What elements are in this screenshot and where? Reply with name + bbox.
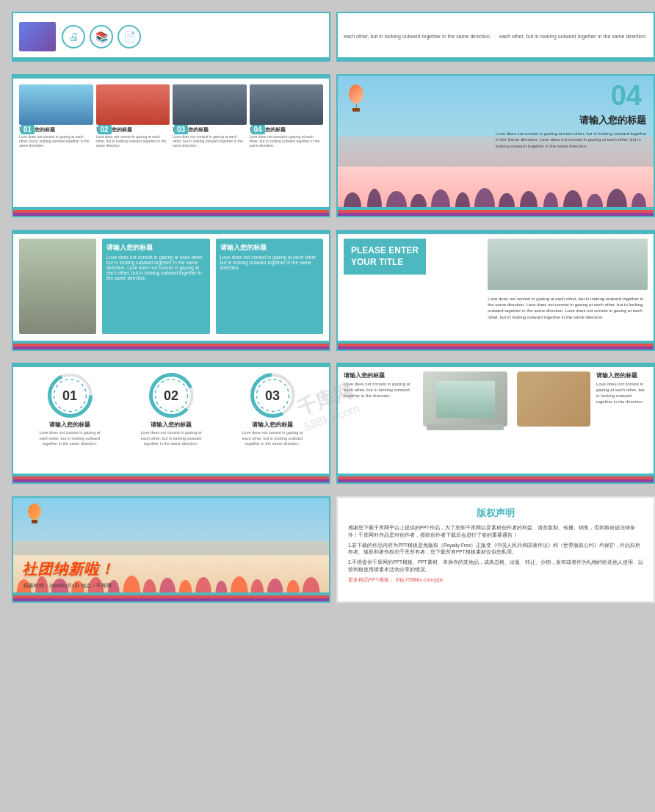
slide8-laptop-image <box>423 371 511 427</box>
slide6-desc: Love does not consist in gazing at each … <box>488 296 648 321</box>
svg-point-33 <box>195 577 211 592</box>
circle-item-2: 02 请输入您的标题 Love does not consist in gazi… <box>138 371 204 446</box>
bottom-border-purple <box>338 213 654 216</box>
slide-4-desc: Love does not consist in gazing at each … <box>496 131 650 149</box>
slide8-bottom-purple <box>338 479 654 482</box>
slide8-right-title: 请输入您的标题 <box>596 371 648 380</box>
copyright-para2: 1.若下载的作品内容为PPT模板是免版权（Royalty-Free）正版变《中国… <box>348 542 643 557</box>
slide-10-copyright: 版权声明 感谢您下载千库网平台上提供的PPT作品，为了您和千库网以及素材创作者的… <box>336 496 655 603</box>
circle-num-1: 01 <box>62 388 77 403</box>
slide-1-partial: 🖨 📚 📄 <box>12 12 330 62</box>
circle-title-3: 请输入您的标题 <box>252 421 293 429</box>
svg-point-7 <box>499 193 515 207</box>
circle-3-wrapper: 03 <box>249 371 297 419</box>
svg-point-39 <box>303 577 319 592</box>
circle-desc-2: Love does not consist in gazing at each … <box>138 430 204 446</box>
slide-2-partial: each other, but in looking outward toget… <box>336 12 655 62</box>
slide5-card1: 请输入您的标题 Love does not consist in gazing … <box>102 239 210 334</box>
festival-subtitle: 招募时间：20xx年x月x日 地点：千库网 <box>23 583 112 590</box>
copyright-link-url: http://588ku.com/ppt/ <box>396 577 444 582</box>
slide8-left-text: 请输入您的标题 Love does not consist in gazing … <box>344 371 417 399</box>
photo-4 <box>250 84 324 125</box>
bottom-purple <box>13 347 329 349</box>
svg-point-30 <box>143 579 156 592</box>
svg-point-8 <box>520 191 538 207</box>
copyright-para1: 感谢您下载千库网平台上提供的PPT作品，为了您和千库网以及素材创作者的利益，请勿… <box>348 524 643 539</box>
slide-7-circles: 01 请输入您的标题 Love does not consist in gazi… <box>12 363 330 484</box>
svg-point-0 <box>344 192 361 207</box>
photo-item-4: 04 请输入您的标题 Love does not consist in gazi… <box>250 84 324 148</box>
svg-point-3 <box>410 194 427 207</box>
please-enter-line1: PLEASE ENTER <box>351 245 419 255</box>
slide6-content: PLEASE ENTER YOUR TITLE Love does not co… <box>338 231 654 349</box>
card2-desc: Love does not consist in gazing at each … <box>220 255 319 270</box>
slide7-top-border <box>13 364 329 367</box>
slide6-left: PLEASE ENTER YOUR TITLE <box>344 239 480 280</box>
photo-num-3: 03 <box>174 125 188 134</box>
photo-desc-2: Love does not consist in gazing at each … <box>96 134 170 148</box>
svg-point-9 <box>543 192 558 207</box>
photo-num-4: 04 <box>251 125 265 134</box>
photo-1 <box>19 84 93 125</box>
bottom-decoration-2 <box>338 57 654 60</box>
svg-point-12 <box>607 189 627 207</box>
please-enter-line2: YOUR TITLE <box>351 257 403 267</box>
photo-num-1: 01 <box>21 125 35 134</box>
svg-point-6 <box>474 188 495 207</box>
svg-point-38 <box>286 580 300 592</box>
copyright-link-label: 更多精品PPT模板： <box>348 577 394 582</box>
slide7-content: 01 请输入您的标题 Love does not consist in gazi… <box>13 364 329 462</box>
copyright-para3: 2.不得提供千库网的PPT模板、PPT素材、本身作的其他品，成表总格、出版、转让… <box>348 559 643 573</box>
photo-desc-4: Love does not consist in gazing at each … <box>250 134 324 148</box>
top-border <box>13 231 329 234</box>
circle-item-1: 01 请输入您的标题 Love does not consist in gazi… <box>37 371 103 446</box>
slide-3-four-photos: 01 请输入您的标题 Love does not consist in gazi… <box>12 74 330 217</box>
slide1-book-image <box>19 22 56 51</box>
laptop-screen <box>436 381 495 418</box>
svg-point-34 <box>216 581 228 592</box>
slide2-col1: each other, but in looking outward toget… <box>344 33 492 40</box>
silhouettes <box>338 174 654 207</box>
circle-desc-1: Love does not consist in gazing at each … <box>37 430 103 446</box>
circle-num-3: 03 <box>265 388 280 403</box>
slide-4-balloon: 04 请输入您的标题 Love does not consist in gazi… <box>336 74 655 217</box>
circle-num-2: 02 <box>164 388 178 403</box>
slide6-photo <box>488 239 648 290</box>
festival-title: 社团纳新啦！ <box>22 559 115 579</box>
card1-desc: Love does not consist in gazing at each … <box>106 255 206 280</box>
photo-2 <box>96 84 170 125</box>
bottom-decoration <box>13 57 329 60</box>
photo-num-2: 02 <box>98 125 112 134</box>
svg-point-35 <box>231 576 247 592</box>
photo-desc-1: Love does not consist in gazing at each … <box>19 134 93 148</box>
circle-desc-3: Love does not consist in gazing at each … <box>239 430 305 446</box>
photo-item-2: 02 请输入您的标题 Love does not consist in gazi… <box>96 84 170 148</box>
slide8-hands-image <box>517 371 590 427</box>
laptop-visual <box>423 371 507 427</box>
photos-grid: 01 请输入您的标题 Love does not consist in gazi… <box>13 76 329 153</box>
slide5-card2: 请输入您的标题 Love does not consist in gazing … <box>216 239 324 334</box>
svg-point-37 <box>267 579 283 592</box>
svg-point-31 <box>159 578 175 592</box>
circle-item-3: 03 请输入您的标题 Love does not consist in gazi… <box>239 371 305 446</box>
slide-9-festival: 社团纳新啦！ 招募时间：20xx年x月x日 地点：千库网 <box>12 496 330 603</box>
svg-point-36 <box>250 579 264 592</box>
please-enter-box: PLEASE ENTER YOUR TITLE <box>344 239 426 275</box>
slide-8-laptop: 请输入您的标题 Love does not consist in gazing … <box>336 363 655 484</box>
circle-2-wrapper: 02 <box>148 371 195 419</box>
hot-air-balloon <box>349 84 363 112</box>
circle-1-wrapper: 01 <box>46 371 94 419</box>
slide-6-please-enter: PLEASE ENTER YOUR TITLE Love does not co… <box>336 230 655 351</box>
slide8-right-desc: Love does not consist in gazing at each … <box>596 382 648 405</box>
slide7-bottom-purple <box>13 479 329 482</box>
books-icon: 📚 <box>90 25 113 48</box>
festival-bottom-purple <box>13 598 329 601</box>
slide8-left-desc: Love does not consist in gazing at each … <box>344 382 417 399</box>
slide8-top-border <box>338 364 654 367</box>
copyright-link: 更多精品PPT模板： http://588ku.com/ppt/ <box>348 576 643 584</box>
svg-point-11 <box>587 194 603 207</box>
print-icon: 🖨 <box>62 25 85 48</box>
circle-title-2: 请输入您的标题 <box>151 421 192 429</box>
photo-item-3: 03 请输入您的标题 Love does not consist in gazi… <box>173 84 247 148</box>
document-icon: 📄 <box>117 25 141 48</box>
